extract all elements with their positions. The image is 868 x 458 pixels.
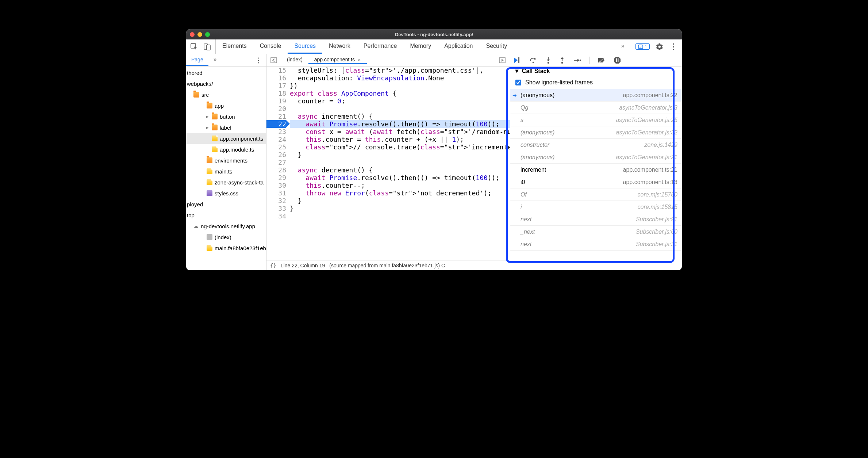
tree-item[interactable]: main.fa8bfa0e23f1eb [186,243,266,253]
editor-tab[interactable]: (index) [281,57,308,64]
inspect-icon[interactable] [191,43,198,50]
stack-frame[interactable]: nextSubscriber.js:91 [510,213,682,226]
code-area[interactable]: 1516171819202122232425262728293031323334… [266,66,510,260]
svg-rect-18 [616,58,617,62]
frame-name: (anonymous) [521,92,554,99]
tree-label: app.module.ts [220,146,254,153]
tree-label: label [220,125,231,131]
tree-item[interactable]: app [186,100,266,111]
nav-back-icon[interactable] [266,57,281,64]
step-into-icon[interactable] [545,57,551,64]
stack-frame[interactable]: (anonymous)asyncToGenerator.js:32 [510,126,682,139]
tree-item[interactable]: top [186,210,266,221]
tree-item[interactable]: app.module.ts [186,144,266,155]
panel-tab-sources[interactable]: Sources [288,39,322,54]
window-controls [190,32,210,37]
panel-tab-performance[interactable]: Performance [357,39,404,54]
frame-name: _next [521,229,535,235]
panel-tab-network[interactable]: Network [322,39,357,54]
navigator-more-button[interactable]: » [208,54,222,66]
chevron-right-icon: ▸ [206,113,210,120]
more-tabs-button[interactable]: » [615,39,631,54]
frame-location: app.component.ts:21 [623,167,677,173]
tree-item[interactable]: main.ts [186,166,266,177]
panel-tabbar: ElementsConsoleSourcesNetworkPerformance… [186,39,682,54]
deactivate-breakpoints-icon[interactable] [598,57,606,64]
panel-tab-security[interactable]: Security [479,39,514,54]
pause-exceptions-icon[interactable] [614,57,621,64]
dock-controls [186,39,216,54]
call-stack-header[interactable]: ▼ Call Stack [510,66,682,76]
navigator-tabs: Page » ⋮ [186,54,266,66]
panel-tab-memory[interactable]: Memory [403,39,438,54]
close-icon[interactable]: × [358,57,361,63]
tree-label: environments [215,157,247,164]
step-out-icon[interactable] [559,57,565,64]
folder-icon [207,103,212,108]
frame-location: core.mjs:15780 [638,191,677,198]
window-title: DevTools - ng-devtools.netlify.app/ [186,32,682,37]
step-over-icon[interactable] [529,57,537,64]
issues-button[interactable]: 1 [635,43,650,50]
tree-item[interactable]: webpack:// [186,78,266,89]
stack-frame[interactable]: i0app.component.ts:13 [510,176,682,188]
tree-item[interactable]: ☁ng-devtools.netlify.app [186,221,266,232]
frame-location: zone.js:1429 [644,142,677,148]
stack-frame[interactable]: nextSubscriber.js:31 [510,238,682,251]
step-icon[interactable] [573,57,581,63]
panel-tab-console[interactable]: Console [253,39,288,54]
panel-tab-application[interactable]: Application [438,39,479,54]
stack-frame[interactable]: QgasyncToGenerator.js:3 [510,102,682,114]
device-icon[interactable] [204,43,211,50]
stack-frame[interactable]: sasyncToGenerator.js:25 [510,114,682,126]
tree-label: src [201,92,209,98]
stack-frame[interactable]: icore.mjs:15815 [510,201,682,213]
file-icon [207,245,212,251]
tree-item[interactable]: (index) [186,232,266,243]
tree-label: zone-async-stack-ta [215,179,264,186]
tree-item[interactable]: environments [186,155,266,166]
stack-frame[interactable]: (anonymous)app.component.ts:22 [510,89,682,102]
stack-frame[interactable]: incrementapp.component.ts:21 [510,164,682,176]
source-map-link[interactable]: main.fa8bfa0e23f1eb71.js [379,263,438,268]
svg-point-15 [580,60,581,61]
tree-item[interactable]: zone-async-stack-ta [186,177,266,188]
tree-item[interactable]: styles.css [186,188,266,199]
tree-item[interactable]: src [186,89,266,100]
show-ignore-listed-toggle[interactable]: Show ignore-listed frames [510,76,682,89]
tree-item[interactable]: ▸button [186,111,266,122]
folder-icon [193,92,199,98]
navigator-pane: Page » ⋮ thoredwebpack://srcapp▸button▸l… [186,54,266,270]
frame-name: Of [521,191,527,198]
frame-name: (anonymous) [521,154,554,161]
settings-icon[interactable] [656,43,664,51]
editor-tab[interactable]: app.component.ts× [308,57,367,64]
frame-location: core.mjs:15815 [638,204,677,210]
stack-frame[interactable]: constructorzone.js:1429 [510,139,682,151]
close-icon[interactable] [190,32,195,37]
run-snippet-icon[interactable] [495,57,510,64]
stack-frame[interactable]: Ofcore.mjs:15780 [510,188,682,201]
navigator-overflow-icon[interactable]: ⋮ [251,56,266,64]
minimize-icon[interactable] [197,32,202,37]
stack-frame[interactable]: (anonymous)asyncToGenerator.js:21 [510,151,682,164]
tree-label: button [220,114,235,120]
maximize-icon[interactable] [205,32,210,37]
resume-icon[interactable] [513,57,521,64]
panel-tabs: ElementsConsoleSourcesNetworkPerformance… [216,39,615,54]
tree-item[interactable]: thored [186,67,266,78]
file-icon [207,168,212,174]
frame-location: asyncToGenerator.js:32 [616,129,677,136]
show-ignore-checkbox[interactable] [515,80,521,85]
body: Page » ⋮ thoredwebpack://srcapp▸button▸l… [186,54,682,270]
navigator-tab-page[interactable]: Page [186,54,208,66]
kebab-icon[interactable]: ⋮ [669,42,677,51]
tree-item[interactable]: ▸label [186,122,266,133]
tree-item[interactable]: ployed [186,199,266,210]
tree-label: top [187,212,195,218]
stack-frame[interactable]: _nextSubscriber.js:60 [510,226,682,238]
pretty-print-icon[interactable]: {} [270,263,276,268]
panel-tab-elements[interactable]: Elements [216,39,253,54]
tree-item[interactable]: app.component.ts [186,133,266,144]
tree-label: webpack:// [187,81,213,87]
